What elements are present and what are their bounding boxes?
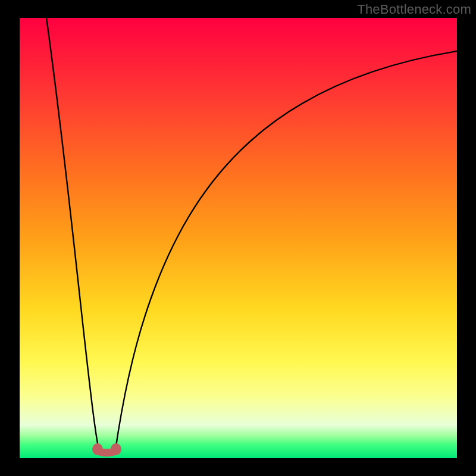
marker-left — [92, 443, 103, 455]
marker-right — [111, 443, 121, 455]
bottleneck-curve — [0, 0, 476, 476]
curve-left-branch — [46, 18, 99, 450]
chart-frame: TheBottleneck.com — [0, 0, 476, 476]
curve-right-branch — [115, 51, 457, 450]
